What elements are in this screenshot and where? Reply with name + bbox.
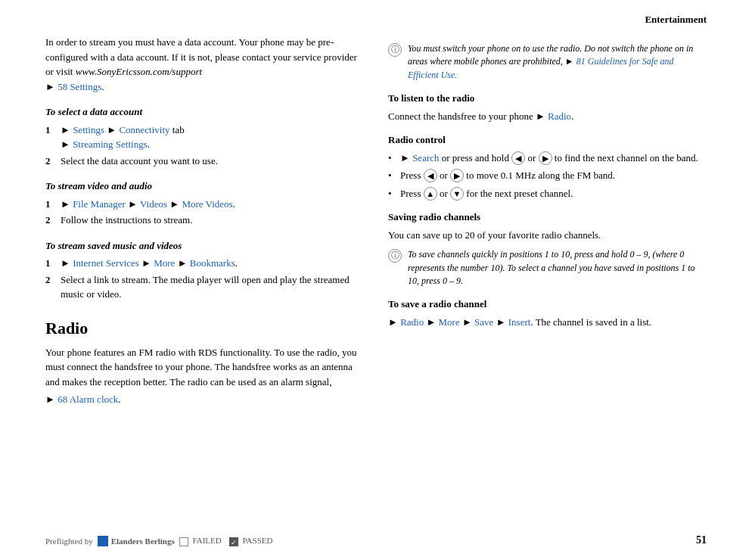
section1-step1: 1 ► Settings ► Connectivity tab► Streami… bbox=[45, 123, 364, 152]
saving-body: You can save up to 20 of your favorite r… bbox=[388, 228, 707, 243]
section3-step2: 2 Select a link to stream. The media pla… bbox=[45, 272, 364, 302]
section2-step1: 1 ► File Manager ► Videos ► More Videos. bbox=[45, 197, 364, 212]
page-header: Entertainment bbox=[645, 14, 707, 26]
listen-heading: To listen to the radio bbox=[388, 91, 707, 106]
footer: Preflighted by Elanders Berlings FAILED … bbox=[0, 536, 752, 546]
note1-box: ⓘ You must switch your phone on to use t… bbox=[388, 42, 707, 82]
intro-link: 58 Settings bbox=[57, 81, 101, 92]
section3-heading: To stream saved music and videos bbox=[45, 238, 364, 254]
note2-icon: ⓘ bbox=[388, 249, 402, 263]
logo-name: Elanders Berlings bbox=[111, 537, 175, 546]
main-content: In order to stream you must have a data … bbox=[45, 35, 707, 515]
logo-icon bbox=[98, 536, 108, 546]
save-channel-heading: To save a radio channel bbox=[388, 297, 707, 312]
passed-checkbox: ✓ bbox=[229, 537, 238, 546]
section1-step2: 2 Select the data account you want to us… bbox=[45, 154, 364, 169]
section3-step1: 1 ► Internet Services ► More ► Bookmarks… bbox=[45, 256, 364, 271]
note2-text: To save channels quickly in positions 1 … bbox=[408, 248, 707, 288]
header-title: Entertainment bbox=[645, 14, 707, 25]
passed-check: ✓ PASSED bbox=[229, 536, 273, 546]
radio-control-heading: Radio control bbox=[388, 132, 707, 148]
bullet2: • Press ◀ or ▶ to move 0.1 MHz along the… bbox=[388, 168, 707, 183]
save-channel-step: ► Radio ► More ► Save ► Insert. The chan… bbox=[388, 315, 707, 330]
page: Entertainment In order to stream you mus… bbox=[0, 0, 752, 560]
intro-text: In order to stream you must have a data … bbox=[45, 35, 364, 94]
footer-left: Preflighted by Elanders Berlings FAILED … bbox=[45, 536, 707, 546]
preflight-label: Preflighted by bbox=[45, 537, 93, 546]
left-column: In order to stream you must have a data … bbox=[45, 35, 364, 515]
failed-check: FAILED bbox=[179, 536, 222, 546]
footer-logo: Elanders Berlings bbox=[98, 536, 175, 546]
note2-box: ⓘ To save channels quickly in positions … bbox=[388, 248, 707, 288]
radio-alarm-link: ► 68 Alarm clock. bbox=[45, 392, 364, 407]
bullet3: • Press ▲ or ▼ for the next preset chann… bbox=[388, 186, 707, 201]
failed-checkbox bbox=[179, 537, 188, 546]
radio-body: Your phone features an FM radio with RDS… bbox=[45, 345, 364, 390]
right-column: ⓘ You must switch your phone on to use t… bbox=[388, 35, 707, 515]
note1-icon: ⓘ bbox=[388, 43, 402, 57]
radio-heading: Radio bbox=[45, 316, 364, 341]
section2-heading: To stream video and audio bbox=[45, 179, 364, 194]
note1-text: You must switch your phone on to use the… bbox=[408, 42, 707, 82]
saving-heading: Saving radio channels bbox=[388, 210, 707, 225]
footer-checks: FAILED ✓ PASSED bbox=[179, 536, 273, 546]
section2-step2: 2 Follow the instructions to stream. bbox=[45, 213, 364, 228]
listen-body: Connect the handsfree to your phone ► Ra… bbox=[388, 109, 707, 124]
section1-heading: To select a data account bbox=[45, 104, 364, 120]
bullet1: • ► Search or press and hold ◀ or ▶ to f… bbox=[388, 151, 707, 166]
